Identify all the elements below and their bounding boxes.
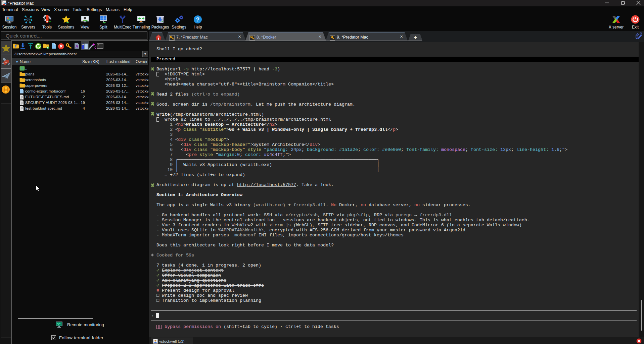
svg-text:A: A <box>75 44 79 49</box>
svg-text:>: > <box>98 44 99 46</box>
svg-text:>_: >_ <box>2 1 4 2</box>
svg-text:?: ? <box>196 16 199 23</box>
